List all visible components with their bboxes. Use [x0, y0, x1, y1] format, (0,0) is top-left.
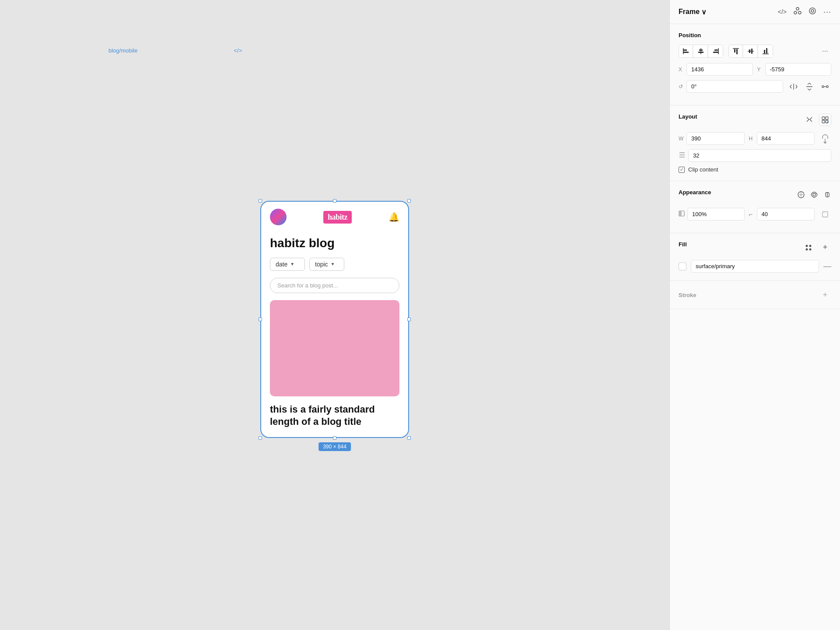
- selection-handle-tr[interactable]: [407, 199, 411, 203]
- clip-icon[interactable]: [819, 208, 831, 220]
- fill-section: Fill + surface/primary —: [670, 233, 840, 281]
- svg-point-37: [813, 193, 816, 196]
- blend-mode-icon[interactable]: [823, 191, 831, 200]
- frame-label-code: </>: [234, 47, 242, 54]
- fill-section-title: Fill: [679, 241, 687, 248]
- date-filter-label: date: [276, 261, 287, 268]
- y-input[interactable]: -5759: [765, 63, 832, 76]
- flip-v-icon[interactable]: [803, 80, 816, 93]
- selection-handle-bm[interactable]: [333, 436, 336, 440]
- date-dropdown-arrow: ▼: [290, 262, 294, 266]
- fill-library-icon[interactable]: [802, 242, 815, 254]
- fill-value[interactable]: surface/primary: [691, 260, 819, 273]
- layout-section: Layout W: [670, 105, 840, 181]
- frame-label-text: blog/mobile: [108, 47, 138, 54]
- svg-rect-28: [822, 120, 825, 123]
- svg-rect-14: [734, 49, 735, 52]
- align-row-1: ···: [679, 45, 831, 58]
- topic-dropdown-arrow: ▼: [331, 262, 335, 266]
- opacity-field: 100%: [679, 208, 745, 220]
- search-bar[interactable]: Search for a blog post...: [270, 278, 399, 293]
- bell-icon[interactable]: 🔔: [388, 212, 399, 222]
- position-section-title: Position: [679, 32, 831, 38]
- svg-rect-6: [683, 52, 689, 53]
- align-bottom-btn[interactable]: [759, 45, 773, 57]
- distribution-icon[interactable]: [819, 80, 831, 93]
- gap-input[interactable]: 32: [688, 149, 831, 162]
- position-more-btn[interactable]: ···: [819, 45, 831, 57]
- align-right-btn[interactable]: [709, 45, 723, 57]
- svg-rect-15: [736, 49, 738, 54]
- panel-frame-label: Frame: [679, 8, 700, 16]
- remove-fill-btn[interactable]: —: [823, 262, 831, 271]
- gap-icon: [679, 151, 686, 160]
- align-middle-btn[interactable]: [744, 45, 758, 57]
- svg-point-43: [806, 248, 808, 250]
- svg-rect-19: [748, 51, 754, 52]
- constrain-proportions-icon[interactable]: [819, 133, 831, 145]
- selection-handle-tl[interactable]: [259, 199, 262, 203]
- svg-point-44: [809, 248, 812, 250]
- svg-rect-10: [700, 48, 701, 54]
- panel-header: Frame ∨ </> ···: [670, 0, 840, 24]
- selection-handle-tm[interactable]: [333, 199, 336, 203]
- mobile-header: habitz 🔔: [261, 202, 408, 232]
- opacity-radius-row: 100% ⌐ 40: [679, 208, 831, 220]
- add-fill-btn[interactable]: +: [819, 242, 831, 254]
- w-input[interactable]: 390: [686, 132, 745, 145]
- appearance-section: Appearance 100% ⌐: [670, 181, 840, 233]
- svg-point-3: [809, 8, 816, 14]
- panel-header-icons: </> ···: [778, 7, 831, 17]
- xy-input-row: X 1436 Y -5759: [679, 63, 831, 76]
- transform-icons: [788, 80, 831, 93]
- svg-rect-24: [826, 86, 828, 88]
- panel-header-title: Frame ∨: [679, 8, 707, 16]
- panel-frame-chevron: ∨: [701, 8, 707, 16]
- y-field: Y -5759: [757, 63, 832, 76]
- opacity-input[interactable]: 100%: [687, 208, 745, 220]
- component-icon[interactable]: [794, 7, 802, 17]
- align-center-h-btn[interactable]: [694, 45, 708, 57]
- collapse-layout-icon[interactable]: [803, 114, 816, 126]
- flip-h-icon[interactable]: [788, 80, 800, 93]
- preview-icon[interactable]: [808, 7, 816, 17]
- selection-handle-ml[interactable]: [259, 318, 262, 321]
- svg-rect-11: [714, 49, 718, 51]
- wh-input-row: W 390 H 844: [679, 132, 831, 145]
- fill-color-swatch[interactable]: [679, 262, 686, 270]
- svg-rect-20: [764, 50, 765, 53]
- add-stroke-btn[interactable]: +: [819, 289, 831, 301]
- topic-filter-dropdown[interactable]: topic ▼: [309, 258, 344, 271]
- rotation-input[interactable]: 0°: [686, 80, 783, 93]
- add-layout-btn[interactable]: [819, 114, 831, 126]
- w-label: W: [679, 136, 684, 142]
- blog-image: [270, 300, 399, 396]
- clip-content-checkbox[interactable]: ✓: [679, 167, 685, 173]
- y-label: Y: [757, 66, 763, 73]
- visibility-icon[interactable]: [810, 191, 818, 200]
- more-options-icon[interactable]: ···: [823, 7, 831, 17]
- svg-point-1: [794, 11, 797, 14]
- svg-rect-23: [822, 86, 824, 88]
- svg-point-42: [809, 245, 812, 247]
- align-left-btn[interactable]: [679, 45, 693, 57]
- svg-rect-40: [822, 212, 828, 217]
- svg-point-41: [806, 245, 808, 247]
- mobile-frame-wrapper: habitz 🔔 habitz blog date ▼ topic ▼ Sear…: [260, 201, 409, 438]
- x-input[interactable]: 1436: [686, 63, 753, 76]
- avatar[interactable]: [270, 209, 287, 225]
- style-icon[interactable]: [797, 191, 805, 200]
- selection-handle-mr[interactable]: [407, 318, 411, 321]
- w-field: W 390: [679, 132, 745, 145]
- selection-handle-br[interactable]: [407, 436, 411, 440]
- radius-input[interactable]: 40: [757, 208, 815, 220]
- x-field: X 1436: [679, 63, 753, 76]
- stroke-section: Stroke +: [670, 281, 840, 309]
- selection-handle-bl[interactable]: [259, 436, 262, 440]
- logo-badge: habitz: [323, 211, 352, 224]
- svg-rect-39: [679, 211, 682, 216]
- code-view-icon[interactable]: </>: [778, 8, 787, 15]
- date-filter-dropdown[interactable]: date ▼: [270, 258, 305, 271]
- align-top-btn[interactable]: [729, 45, 743, 57]
- h-input[interactable]: 844: [757, 132, 815, 145]
